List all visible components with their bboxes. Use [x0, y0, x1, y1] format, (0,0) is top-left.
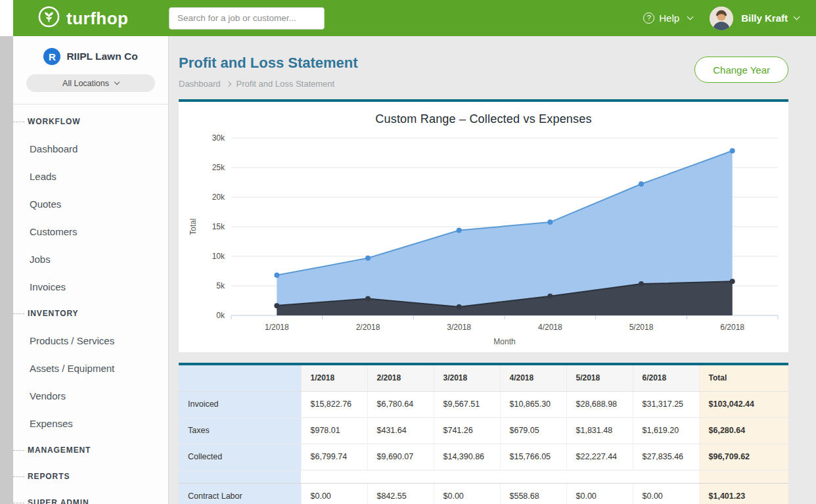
- search-input[interactable]: [169, 7, 325, 30]
- row-label: Invoiced: [179, 391, 301, 417]
- topbar: turfhop ? Help Billy Kraft: [13, 0, 816, 36]
- table-cell: $0.00: [633, 483, 699, 504]
- table-cell: $15,822.76: [301, 391, 367, 417]
- column-header-4-2018: 4/2018: [500, 365, 566, 391]
- table-cell: $741.26: [434, 417, 500, 444]
- breadcrumb-dashboard[interactable]: Dashboard: [179, 79, 221, 89]
- column-header-2-2018: 2/2018: [367, 365, 434, 391]
- sidebar-section-inventory[interactable]: INVENTORY: [13, 300, 168, 327]
- chevron-down-icon: [114, 80, 120, 85]
- column-header-6-2018: 6/2018: [633, 365, 699, 391]
- pnl-chart: 0k5k10k15k20k25k30k1/20182/20183/20184/2…: [179, 127, 788, 351]
- breadcrumb-separator-icon: [225, 81, 231, 86]
- table-cell: $10,865.30: [500, 391, 566, 417]
- column-header-3-2018: 3/2018: [434, 365, 500, 391]
- chevron-down-icon: [687, 14, 694, 20]
- table-cell: $6,780.64: [367, 391, 434, 417]
- sidebar-section-management[interactable]: MANAGEMENT: [13, 437, 168, 463]
- table-cell: $1,831.48: [566, 417, 633, 444]
- svg-text:2/2018: 2/2018: [356, 323, 380, 332]
- table-cell: $14,390.86: [434, 444, 500, 470]
- svg-text:10k: 10k: [212, 252, 225, 261]
- table-cell: $0.00: [566, 483, 633, 504]
- row-total: $103,042.44: [699, 391, 788, 417]
- chart-card: Custom Range – Collected vs Expenses 0k5…: [179, 99, 788, 352]
- help-icon: ?: [643, 12, 654, 24]
- help-label: Help: [659, 12, 679, 24]
- company-header[interactable]: R RIIPL Lawn Co: [13, 36, 168, 65]
- table-section-gap: [179, 470, 788, 483]
- sidebar-item-invoices[interactable]: Invoices: [13, 273, 168, 300]
- brand[interactable]: turfhop: [13, 6, 169, 30]
- sidebar-item-products-services[interactable]: Products / Services: [13, 327, 168, 354]
- topbar-right: ? Help Billy Kraft: [643, 7, 816, 30]
- svg-text:25k: 25k: [212, 163, 225, 172]
- sidebar-item-quotes[interactable]: Quotes: [13, 190, 168, 218]
- table-cell: $978.01: [301, 417, 367, 444]
- sidebar-item-vendors[interactable]: Vendors: [13, 382, 168, 409]
- column-header: [179, 365, 301, 391]
- svg-text:1/2018: 1/2018: [265, 323, 289, 332]
- table-row-invoiced: Invoiced$15,822.76$6,780.64$9,567.51$10,…: [179, 391, 788, 417]
- sidebar-item-dashboard[interactable]: Dashboard: [13, 135, 168, 162]
- sidebar-item-jobs[interactable]: Jobs: [13, 245, 168, 273]
- breadcrumb-current: Profit and Loss Statement: [237, 79, 335, 89]
- svg-text:5/2018: 5/2018: [629, 323, 654, 332]
- breadcrumb: Dashboard Profit and Loss Statement: [179, 79, 788, 89]
- sidebar-item-leads[interactable]: Leads: [13, 162, 168, 190]
- column-header-1-2018: 1/2018: [301, 365, 367, 391]
- svg-text:15k: 15k: [212, 222, 225, 231]
- sidebar-section-super-admin[interactable]: SUPER ADMIN: [13, 490, 168, 504]
- brand-name: turfhop: [66, 10, 128, 27]
- table-cell: $0.00: [434, 483, 500, 504]
- table-cell: $679.05: [500, 417, 566, 444]
- table-cell: $1,619.20: [633, 417, 699, 444]
- sidebar-item-expenses[interactable]: Expenses: [13, 409, 168, 437]
- table-header-row: 1/20182/20183/20184/20185/20186/2018Tota…: [179, 365, 788, 391]
- svg-text:6/2018: 6/2018: [720, 323, 744, 332]
- sidebar-section-workflow[interactable]: WORKFLOW: [13, 108, 168, 135]
- chevron-down-icon[interactable]: [794, 14, 800, 20]
- pnl-table: 1/20182/20183/20184/20185/20186/2018Tota…: [179, 365, 788, 504]
- row-label: Contract Labor: [179, 483, 301, 504]
- column-header-total: Total: [699, 365, 788, 391]
- chart-title: Custom Range – Collected vs Expenses: [179, 102, 788, 126]
- svg-text:20k: 20k: [212, 193, 225, 202]
- table-cell: $0.00: [301, 483, 367, 504]
- table-cell: $558.68: [500, 483, 566, 504]
- sidebar-item-assets-equipment[interactable]: Assets / Equipment: [13, 354, 168, 382]
- table-row-collected: Collected$6,799.74$9,690.07$14,390.86$15…: [179, 444, 788, 470]
- user-name[interactable]: Billy Kraft: [741, 12, 788, 24]
- sidebar-section-reports[interactable]: REPORTS: [13, 463, 168, 490]
- left-gutter: [0, 0, 13, 504]
- locations-label: All Locations: [62, 79, 109, 88]
- svg-text:0k: 0k: [216, 311, 225, 320]
- table-cell: $6,799.74: [301, 444, 367, 470]
- table-row-taxes: Taxes$978.01$431.64$741.26$679.05$1,831.…: [179, 417, 788, 444]
- sidebar: R RIIPL Lawn Co All Locations WORKFLOWDa…: [13, 36, 169, 504]
- svg-text:30k: 30k: [212, 133, 225, 143]
- table-cell: $15,766.05: [500, 444, 566, 470]
- svg-text:Month: Month: [493, 337, 515, 346]
- row-total: $96,709.62: [699, 444, 788, 470]
- pnl-table-card: 1/20182/20183/20184/20185/20186/2018Tota…: [179, 363, 788, 504]
- table-cell: $842.55: [367, 483, 434, 504]
- company-name: RIIPL Lawn Co: [66, 51, 137, 62]
- table-cell: $22,227.44: [566, 444, 633, 470]
- change-year-button[interactable]: Change Year: [694, 57, 788, 83]
- table-cell: $27,835.46: [633, 444, 699, 470]
- sidebar-nav: WORKFLOWDashboardLeadsQuotesCustomersJob…: [13, 104, 168, 504]
- row-label: Collected: [179, 444, 301, 470]
- svg-text:4/2018: 4/2018: [538, 323, 562, 332]
- page-header: Profit and Loss Statement Dashboard Prof…: [179, 55, 788, 89]
- main-content: Profit and Loss Statement Dashboard Prof…: [169, 36, 816, 504]
- sidebar-item-customers[interactable]: Customers: [13, 218, 168, 245]
- table-cell: $9,690.07: [367, 444, 434, 470]
- turfhop-logo-icon: [38, 6, 60, 30]
- locations-dropdown[interactable]: All Locations: [26, 74, 155, 92]
- row-label: Taxes: [179, 417, 301, 444]
- table-cell: $31,317.25: [633, 391, 699, 417]
- table-cell: $431.64: [367, 417, 434, 444]
- help-menu[interactable]: ? Help: [643, 12, 692, 24]
- user-avatar[interactable]: [710, 7, 733, 30]
